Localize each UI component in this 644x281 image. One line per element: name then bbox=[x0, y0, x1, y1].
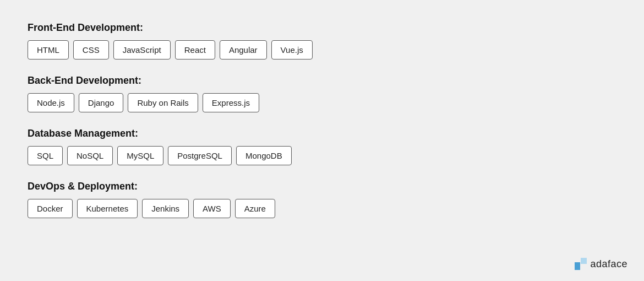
tag-item[interactable]: MongoDB bbox=[236, 146, 292, 165]
tag-item[interactable]: HTML bbox=[28, 40, 69, 60]
tag-item[interactable]: JavaScript bbox=[113, 40, 171, 60]
tag-item[interactable]: PostgreSQL bbox=[168, 146, 232, 165]
category-section: Back-End Development:Node.jsDjangoRuby o… bbox=[28, 75, 616, 112]
category-section: Database Management:SQLNoSQLMySQLPostgre… bbox=[28, 128, 616, 165]
tag-item[interactable]: Vue.js bbox=[271, 40, 313, 60]
tag-item[interactable]: Docker bbox=[28, 199, 73, 218]
tags-row: SQLNoSQLMySQLPostgreSQLMongoDB bbox=[28, 146, 616, 165]
tag-item[interactable]: Django bbox=[79, 93, 124, 112]
tag-item[interactable]: Angular bbox=[220, 40, 267, 60]
tags-row: DockerKubernetesJenkinsAWSAzure bbox=[28, 199, 616, 218]
tag-item[interactable]: MySQL bbox=[117, 146, 163, 165]
tags-row: Node.jsDjangoRuby on RailsExpress.js bbox=[28, 93, 616, 112]
branding: adaface bbox=[575, 258, 627, 270]
tag-item[interactable]: Ruby on Rails bbox=[128, 93, 198, 112]
svg-rect-1 bbox=[581, 258, 587, 264]
tag-item[interactable]: CSS bbox=[73, 40, 109, 60]
category-section: Front-End Development:HTMLCSSJavaScriptR… bbox=[28, 22, 616, 60]
tag-item[interactable]: Express.js bbox=[203, 93, 259, 112]
tag-item[interactable]: Azure bbox=[235, 199, 275, 218]
tag-item[interactable]: AWS bbox=[193, 199, 231, 218]
svg-rect-0 bbox=[575, 262, 580, 270]
tag-item[interactable]: Node.js bbox=[28, 93, 74, 112]
tag-item[interactable]: Jenkins bbox=[142, 199, 189, 218]
tag-item[interactable]: SQL bbox=[28, 146, 63, 165]
tags-row: HTMLCSSJavaScriptReactAngularVue.js bbox=[28, 40, 616, 60]
category-title: Front-End Development: bbox=[28, 22, 616, 34]
tag-item[interactable]: Kubernetes bbox=[77, 199, 138, 218]
adaface-logo-icon bbox=[575, 258, 587, 270]
main-content: Front-End Development:HTMLCSSJavaScriptR… bbox=[0, 0, 644, 256]
tag-item[interactable]: NoSQL bbox=[67, 146, 113, 165]
tag-item[interactable]: React bbox=[175, 40, 215, 60]
category-title: DevOps & Deployment: bbox=[28, 181, 616, 192]
category-title: Back-End Development: bbox=[28, 75, 616, 87]
category-section: DevOps & Deployment:DockerKubernetesJenk… bbox=[28, 181, 616, 218]
category-title: Database Management: bbox=[28, 128, 616, 139]
branding-text: adaface bbox=[590, 258, 627, 270]
